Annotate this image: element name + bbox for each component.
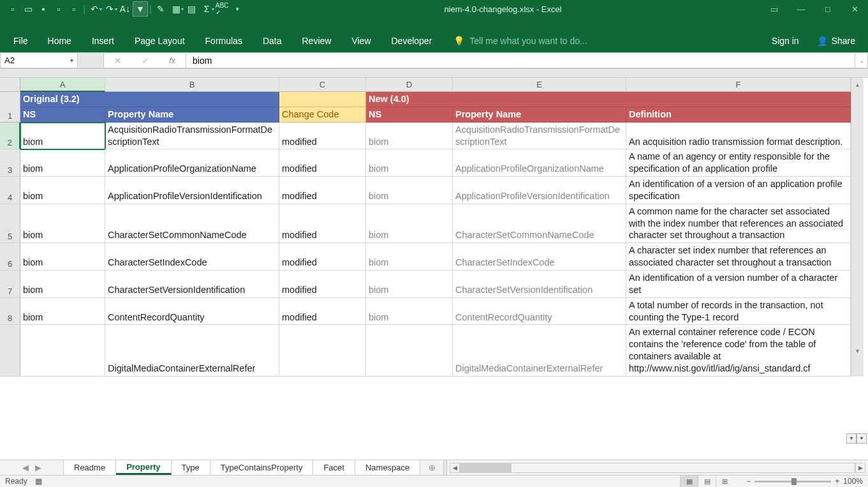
zoom-in-icon[interactable]: +: [835, 477, 839, 486]
sheet-tab-type[interactable]: Type: [172, 460, 210, 475]
row-header[interactable]: 2: [0, 123, 20, 150]
row-header[interactable]: 6: [0, 243, 20, 271]
chevron-down-icon[interactable]: ▾: [70, 57, 73, 64]
ribbon-options-icon[interactable]: ▭: [761, 0, 788, 18]
sort-icon[interactable]: A↓: [117, 1, 133, 17]
insert-cells-icon[interactable]: ▤: [184, 1, 199, 17]
view-page-layout-icon[interactable]: ▤: [698, 476, 716, 488]
maximize-icon[interactable]: □: [814, 0, 841, 18]
col-header-E[interactable]: E: [453, 78, 626, 92]
cell[interactable]: modified: [279, 271, 366, 298]
cell[interactable]: An acquisition radio transmission format…: [626, 123, 851, 150]
cell[interactable]: [366, 325, 453, 376]
cancel-icon[interactable]: ✕: [114, 56, 122, 66]
tell-me[interactable]: 💡 Tell me what you want to do...: [442, 36, 763, 46]
cell[interactable]: modified: [279, 204, 366, 244]
cell[interactable]: ContentRecordQuantity: [105, 298, 279, 326]
file-tab[interactable]: File: [4, 32, 38, 50]
tab-view[interactable]: View: [341, 32, 381, 50]
cell[interactable]: AcquisitionRadioTransmissionFormatDescri…: [453, 123, 626, 150]
scroll-left-icon[interactable]: ◀: [450, 463, 460, 473]
print-preview-icon[interactable]: ▫: [66, 1, 82, 17]
sheet-tab-typecontainsproperty[interactable]: TypeContainsProperty: [210, 460, 314, 475]
cell[interactable]: ApplicationProfileOrganizationName: [105, 149, 279, 177]
zoom-slider[interactable]: [754, 481, 831, 483]
cell[interactable]: CharacterSetIndexCode: [105, 243, 279, 271]
cell[interactable]: [279, 325, 366, 376]
expand-formula-bar-icon[interactable]: ⌄: [855, 52, 868, 68]
cell[interactable]: ApplicationProfileVersionIdentification: [105, 177, 279, 204]
worksheet[interactable]: A B C D E F ▲ 1 Original (3.2) New (4.0)…: [0, 78, 868, 445]
cell[interactable]: ContentRecordQuantity: [453, 298, 626, 326]
cell[interactable]: CharacterSetVersionIdentification: [453, 271, 626, 298]
cell[interactable]: CharacterSetCommonNameCode: [105, 204, 279, 244]
tab-developer[interactable]: Developer: [381, 32, 443, 50]
tab-nav[interactable]: ◀ ▶: [0, 460, 64, 475]
cell[interactable]: modified: [279, 298, 366, 326]
cell[interactable]: biom: [20, 298, 105, 326]
tab-review[interactable]: Review: [292, 32, 342, 50]
vscroll-down[interactable]: ▼: [851, 325, 864, 376]
cell[interactable]: biom: [20, 149, 105, 177]
row-header[interactable]: 8: [0, 298, 20, 326]
new-sheet-button[interactable]: ⊕: [420, 460, 443, 475]
cell[interactable]: biom: [20, 271, 105, 298]
cell[interactable]: biom: [366, 271, 453, 298]
spellcheck-icon[interactable]: ABC✓: [214, 1, 230, 17]
share-button[interactable]: 👤 Share: [808, 36, 864, 46]
save-all-icon[interactable]: ▫: [51, 1, 66, 17]
col-header-C[interactable]: C: [279, 78, 366, 92]
cell[interactable]: An external container reference code / E…: [626, 325, 851, 376]
tab-formulas[interactable]: Formulas: [195, 32, 253, 50]
cell[interactable]: A common name for the character set asso…: [626, 204, 851, 244]
qat-customize-icon[interactable]: ▾: [230, 1, 245, 17]
fx-icon[interactable]: fx: [169, 56, 175, 65]
col-header-D[interactable]: D: [366, 78, 453, 92]
name-box[interactable]: A2 ▾: [0, 52, 78, 68]
row-header-1[interactable]: 1: [0, 92, 20, 123]
sheet-tab-readme[interactable]: Readme: [64, 460, 116, 475]
cell[interactable]: biom: [366, 204, 453, 244]
row-header[interactable]: 7: [0, 271, 20, 298]
sheet-tab-facet[interactable]: Facet: [313, 460, 355, 475]
minimize-icon[interactable]: —: [788, 0, 814, 18]
sheet-tab-property[interactable]: Property: [116, 460, 171, 475]
cell[interactable]: CharacterSetIndexCode: [453, 243, 626, 271]
cell[interactable]: modified: [279, 149, 366, 177]
cell[interactable]: CharacterSetVersionIdentification: [105, 271, 279, 298]
row-header[interactable]: [0, 325, 20, 376]
cell[interactable]: biom: [366, 298, 453, 326]
new-icon[interactable]: ▫: [5, 1, 20, 17]
view-page-break-icon[interactable]: ⊞: [716, 476, 733, 488]
macro-record-icon[interactable]: ▦: [35, 477, 42, 486]
cell[interactable]: biom: [20, 204, 105, 244]
filter-btn[interactable]: ▾: [857, 433, 867, 444]
cell[interactable]: modified: [279, 243, 366, 271]
cell[interactable]: biom: [366, 243, 453, 271]
cell[interactable]: biom: [20, 123, 105, 150]
tab-nav-prev-icon[interactable]: ◀: [22, 463, 29, 472]
tab-insert[interactable]: Insert: [82, 32, 124, 50]
cell[interactable]: modified: [279, 177, 366, 204]
cell[interactable]: modified: [279, 123, 366, 150]
sign-in-button[interactable]: Sign in: [763, 36, 808, 46]
tab-nav-next-icon[interactable]: ▶: [35, 463, 41, 472]
col-header-F[interactable]: F: [626, 78, 851, 92]
cell[interactable]: DigitalMediaContainerExternalRefer: [453, 325, 626, 376]
open-icon[interactable]: ▭: [20, 1, 36, 17]
vscroll-up[interactable]: ▲: [851, 78, 864, 92]
cell[interactable]: A name of an agency or entity responsibl…: [626, 149, 851, 177]
scroll-thumb[interactable]: [460, 463, 511, 472]
sheet-tab-namespace[interactable]: Namespace: [355, 460, 420, 475]
close-icon[interactable]: ✕: [841, 0, 868, 18]
row-header[interactable]: 3: [0, 149, 20, 177]
cell[interactable]: AcquisitionRadioTransmissionFormatDescri…: [105, 123, 279, 150]
tab-page-layout[interactable]: Page Layout: [124, 32, 195, 50]
view-normal-icon[interactable]: ▦: [680, 476, 698, 488]
cell[interactable]: biom: [366, 123, 453, 150]
row-header[interactable]: 5: [0, 204, 20, 244]
cell[interactable]: A total number of records in the transac…: [626, 298, 851, 326]
select-all-corner[interactable]: [0, 78, 20, 92]
cell[interactable]: biom: [366, 177, 453, 204]
cell[interactable]: An identification of a version number of…: [626, 271, 851, 298]
